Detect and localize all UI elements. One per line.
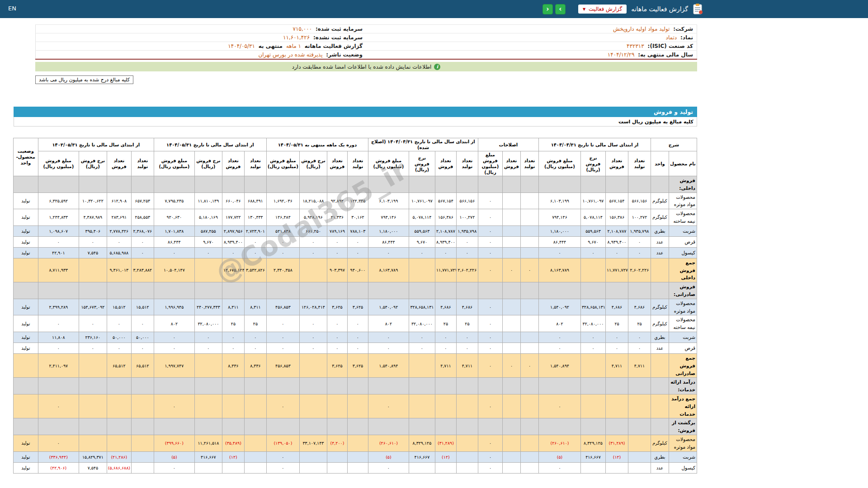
value-cell — [38, 418, 79, 435]
value-cell: ۲۳۶,۱۶۰ — [79, 332, 107, 343]
status-cell: تولید — [13, 209, 38, 226]
value-cell: ۰ — [299, 315, 327, 332]
value-cell — [520, 451, 538, 462]
value-cell — [38, 176, 79, 193]
value-cell — [435, 282, 456, 299]
column-header: تعداد تولید — [628, 151, 651, 176]
value-cell: ۰ — [154, 343, 194, 353]
value-cell: ۰ — [38, 394, 79, 418]
value-cell: ۰ — [478, 315, 502, 332]
value-cell: ۰ — [368, 332, 409, 343]
value-cell: (۵) — [368, 451, 409, 462]
value-cell — [194, 176, 222, 193]
value-cell: ۰ — [131, 315, 154, 332]
value-cell: (۳۱,۲۸۹) — [435, 435, 456, 451]
section-label-cell: برگشت از فروش: — [669, 418, 697, 435]
info-row: کد صنعت (ISIC): ۴۳۲۳۱۳ گزارش فعالیت ماها… — [36, 42, 697, 51]
value-cell: ۵,۶۸۵,۹۸۸ — [107, 247, 131, 258]
value-cell: ۸,۳۱۱ — [244, 299, 266, 315]
value-cell — [478, 282, 502, 299]
value-cell: ۶۱۲,۹۰۸ — [107, 192, 131, 209]
data-row: محصولات نیمه ساختهکیلوگرم۲۵۲۵۳۲,۰۸۰,۰۰۰۸… — [13, 315, 697, 332]
value-cell — [580, 282, 605, 299]
value-cell: ۳۲۸,۶۵۸,۱۳۱ — [580, 299, 605, 315]
value-cell: ۱,۱۸۰,۰۰۰ — [368, 225, 409, 236]
value-cell: (۳۹۹,۶۶۰) — [154, 435, 194, 451]
field-value: ۱۱,۶۰۱,۴۲۶ — [283, 34, 310, 41]
value-cell — [520, 315, 538, 332]
report-type-dropdown[interactable]: گزارش فعالیت ▼ — [578, 5, 627, 14]
prev-report-button[interactable]: ‹ — [542, 4, 553, 14]
field-value: ۱۴۰۴/۰۵/۳۱ — [228, 43, 255, 49]
field-label: سرمایه ثبت شده: — [316, 26, 363, 32]
value-cell — [456, 418, 478, 435]
value-cell: ۰ — [107, 343, 131, 353]
column-header: نرخ فروش (ریال) — [409, 151, 435, 176]
value-cell: ۴,۷۱۱ — [605, 353, 628, 377]
value-cell: ۱۳۰,۴۳۴ — [244, 209, 266, 226]
value-cell: ۰ — [79, 236, 107, 247]
product-name-cell: محصولات مواد موثره — [669, 299, 697, 315]
value-cell: ۳۹۵,۴۰۶ — [79, 225, 107, 236]
value-cell: ۰ — [456, 247, 478, 258]
value-cell: ۰ — [478, 225, 502, 236]
value-cell — [628, 378, 651, 394]
value-cell: ۰ — [38, 236, 79, 247]
value-cell: ۰ — [266, 315, 299, 332]
value-cell — [154, 176, 194, 193]
value-cell: ۱۱,۸۱۰,۱۳۹ — [194, 192, 222, 209]
value-cell: ۰ — [456, 332, 478, 343]
value-cell — [456, 378, 478, 394]
value-cell — [222, 394, 244, 418]
data-row: کپسولعدد۰۰۰۰۰۰۰۰۰۰۰۰۰۰۰۰۰۰۵,۶۸۵,۹۸۸۷,۵۴۵… — [13, 247, 697, 258]
value-cell: ۹,۶۷۰ — [409, 236, 435, 247]
data-row: محصولات مواد موثرهکیلوگرم۴,۶۸۶۴,۶۸۶۳۲۸,۶… — [13, 299, 697, 315]
value-cell — [107, 435, 131, 451]
status-cell: تولید — [13, 225, 38, 236]
value-cell — [79, 378, 107, 394]
unit-cell: بطري — [651, 332, 669, 343]
value-cell: ۲,۱۰۸,۷۸۷ — [605, 225, 628, 236]
value-cell: ۰ — [347, 315, 368, 332]
value-cell — [327, 451, 347, 462]
value-cell: ۴۵۶,۸۵۳ — [266, 299, 299, 315]
value-cell: ۴,۷۱۱ — [456, 353, 478, 377]
section-row: درآمد ارائه خدمات: — [13, 378, 697, 394]
unit-cell: کیلوگرم — [651, 299, 669, 315]
next-report-button[interactable]: › — [555, 4, 566, 14]
value-cell: ۱۵۶,۳۸۶ — [435, 209, 456, 226]
value-cell: ۴۱۶,۶۶۷ — [409, 451, 435, 462]
value-cell: ۵۲۱,۸۳۸ — [266, 225, 299, 236]
language-toggle[interactable]: EN — [8, 5, 16, 12]
field-value: ۱۴۰۴/۱۲/۲۹ — [608, 52, 635, 58]
value-cell: ۰ — [154, 332, 194, 343]
value-cell — [520, 299, 538, 315]
value-cell: ۱,۱۸۰,۰۰۰ — [538, 225, 580, 236]
desc-group-header: شرح — [651, 138, 697, 151]
value-cell: ۱,۷۰۱,۸۳۸ — [154, 225, 194, 236]
value-cell: ۹,۶۷۰ — [194, 236, 222, 247]
value-cell — [347, 462, 368, 473]
value-cell: ۵,۰۷۸,۱۱۴ — [580, 209, 605, 226]
value-cell — [580, 353, 605, 377]
value-cell — [299, 353, 327, 377]
value-cell — [154, 378, 194, 394]
value-cell — [299, 451, 327, 462]
value-cell — [538, 282, 580, 299]
value-cell: ۰ — [79, 343, 107, 353]
value-cell — [409, 353, 435, 377]
status-cell — [13, 394, 38, 418]
value-cell: ۰ — [435, 343, 456, 353]
value-cell — [520, 435, 538, 451]
unit-cell: عدد — [651, 343, 669, 353]
value-cell — [368, 176, 409, 193]
product-name-cell: محصولات مواد موثره — [669, 192, 697, 209]
unregistered-capital-field: سرمایه ثبت نشده: ۱۱,۶۰۱,۴۲۶ — [36, 33, 367, 42]
value-cell — [368, 418, 409, 435]
column-header: نرخ فروش (ریال) — [194, 151, 222, 176]
info-row: سال مالی منتهی به: ۱۴۰۴/۱۲/۲۹ وضعیت ناشر… — [36, 51, 697, 60]
value-cell: ۴,۳۸۷,۹۸۹ — [79, 209, 107, 226]
field-value: ۱ ماهه — [286, 43, 301, 49]
value-cell: ۰ — [266, 332, 299, 343]
value-cell: ۱۷۷,۷۲۲ — [222, 209, 244, 226]
